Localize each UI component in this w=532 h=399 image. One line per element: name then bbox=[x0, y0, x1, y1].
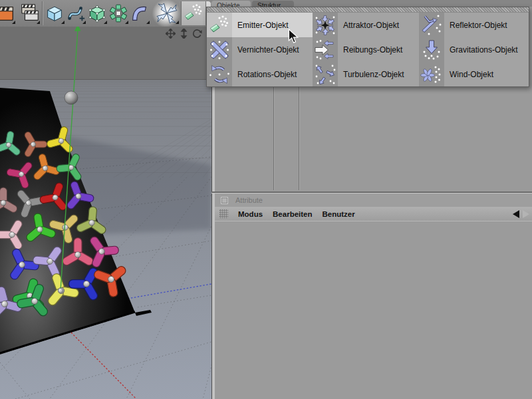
menu-tearoff-strip[interactable] bbox=[207, 7, 529, 13]
mouse-cursor bbox=[287, 29, 299, 47]
add-cube-icon bbox=[44, 2, 65, 25]
make-editable-button[interactable] bbox=[86, 1, 108, 25]
render-view-icon bbox=[0, 2, 16, 25]
menu-bearbeiten[interactable]: Bearbeiten bbox=[273, 210, 312, 218]
reibungs-icon bbox=[313, 37, 338, 62]
menu-item-turbulenz-objekt[interactable]: Turbulenz-Objekt bbox=[313, 62, 419, 86]
menu-item-attraktor-objekt[interactable]: Attraktor-Objekt bbox=[313, 13, 419, 37]
column-divider bbox=[299, 86, 300, 190]
particle-objects-menu: Emitter-Objekt Vernichter-Objekt Rotatio… bbox=[206, 7, 529, 87]
column-divider bbox=[273, 86, 275, 190]
3d-viewport[interactable] bbox=[0, 27, 211, 399]
menu-modus[interactable]: Modus bbox=[238, 210, 263, 218]
menu-item-reibungs-objekt[interactable]: Reibungs-Objekt bbox=[313, 37, 419, 62]
sphere-object[interactable] bbox=[65, 91, 78, 104]
drag-grip-icon[interactable] bbox=[219, 209, 228, 218]
reflektor-icon bbox=[419, 13, 444, 37]
toolbar-separator bbox=[42, 1, 43, 25]
tab-objekte[interactable]: Objekte bbox=[211, 1, 251, 7]
panel-tabstrip: Objekte Struktur bbox=[206, 0, 532, 7]
render-view-button[interactable] bbox=[0, 1, 16, 25]
menu-item-gravitations-objekt[interactable]: Gravitations-Objekt bbox=[419, 37, 527, 62]
emitter-icon bbox=[207, 13, 232, 37]
vernichter-icon bbox=[207, 37, 232, 62]
draw-spline-button[interactable] bbox=[65, 1, 86, 25]
move-axes-button[interactable] bbox=[154, 1, 180, 25]
attribute-panel-title: Attribute bbox=[235, 196, 263, 204]
rotate-icon[interactable] bbox=[192, 28, 202, 39]
back-arrow-icon[interactable] bbox=[513, 210, 519, 218]
forward-arrow-icon[interactable] bbox=[523, 210, 529, 218]
render-settings-icon bbox=[19, 2, 41, 25]
menu-item-reflektor-objekt[interactable]: Reflektor-Objekt bbox=[419, 13, 527, 37]
viewport-tab-corner bbox=[206, 1, 211, 7]
viewport-nav bbox=[165, 28, 205, 39]
wind-icon bbox=[419, 62, 444, 86]
axis-origin-handle[interactable] bbox=[58, 288, 63, 293]
add-cube-button[interactable] bbox=[44, 1, 65, 25]
tab-struktur[interactable]: Struktur bbox=[252, 1, 294, 7]
array-objects-button[interactable] bbox=[108, 1, 129, 25]
rotations-icon bbox=[207, 62, 232, 86]
menu-item-wind-objekt[interactable]: Wind-Objekt bbox=[419, 62, 527, 86]
array-objects-icon bbox=[108, 2, 129, 25]
gravitations-icon bbox=[419, 37, 444, 62]
menu-item-rotations-objekt[interactable]: Rotations-Objekt bbox=[207, 62, 313, 86]
bend-deformer-button[interactable] bbox=[129, 1, 150, 25]
app-window: Objekte Struktur bbox=[0, 0, 532, 399]
particle-emitter-icon bbox=[183, 2, 204, 25]
attribute-panel-header: Attribute bbox=[215, 194, 532, 207]
particle-emitter-button[interactable] bbox=[181, 1, 206, 25]
menu-benutzer[interactable]: Benutzer bbox=[323, 210, 355, 218]
turbulenz-icon bbox=[313, 62, 338, 86]
bend-deformer-icon bbox=[129, 2, 150, 25]
draw-spline-icon bbox=[65, 2, 86, 25]
pan-icon[interactable] bbox=[165, 28, 176, 39]
attribute-menubar: Modus Bearbeiten Benutzer bbox=[215, 207, 532, 221]
attribute-panel-body bbox=[215, 221, 532, 399]
zoom-icon[interactable] bbox=[178, 28, 189, 39]
panel-window-icon[interactable] bbox=[221, 197, 228, 204]
make-editable-icon bbox=[86, 2, 108, 25]
render-settings-button[interactable] bbox=[19, 1, 41, 25]
attraktor-icon bbox=[313, 13, 338, 37]
move-axes-icon bbox=[156, 2, 178, 25]
